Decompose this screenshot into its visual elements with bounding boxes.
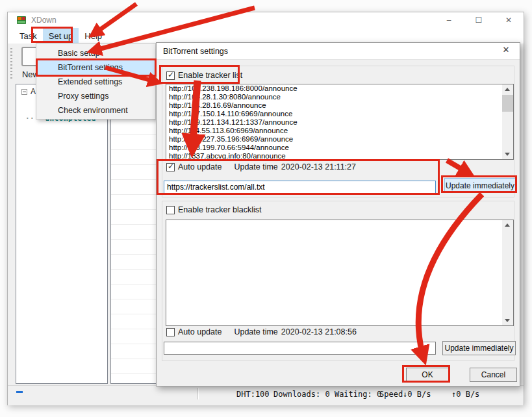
tracker-auto-update-checkbox[interactable]: [166, 163, 175, 171]
tracker-url[interactable]: http://128.199.70.66:5944/announce: [166, 144, 513, 152]
tree-collapse-icon[interactable]: [21, 89, 27, 95]
tracker-auto-update-row: Auto update Update time 2020-02-13 21:11…: [166, 162, 356, 171]
menu-bar: Task Set up Help: [8, 28, 524, 44]
minimize-icon[interactable]: –: [434, 12, 464, 28]
blacklist-auto-update-checkbox[interactable]: [166, 328, 175, 336]
blacklist-scrollbar[interactable]: [502, 220, 513, 325]
menu-item-bittorrent-settings[interactable]: BitTorrent settings: [36, 60, 155, 75]
enable-tracker-list-checkbox[interactable]: [166, 71, 175, 80]
blacklist-update-time-value: 2020-02-13 21:08:56: [281, 327, 357, 336]
blacklist-update-time-label: Update time: [234, 327, 277, 336]
app-icon: [16, 15, 27, 25]
tracker-update-time-label: Update time: [234, 162, 277, 171]
dialog-title-bar[interactable]: BitTorrent settings ✕: [157, 43, 520, 60]
setup-dropdown-menu: Basic setup BitTorrent settings Extended…: [36, 43, 156, 120]
bottom-left-dash: [16, 391, 23, 393]
blacklist-auto-update-label: Auto update: [178, 327, 222, 336]
tracker-url-input[interactable]: [164, 181, 436, 194]
dialog-close-icon[interactable]: ✕: [498, 45, 514, 58]
title-bar[interactable]: XDown – ☐ ✕: [8, 12, 524, 28]
status-dht: DHT:100: [236, 390, 270, 399]
ok-button[interactable]: OK: [406, 368, 449, 382]
status-bar: DHT:100 Downloads: 0 Waiting: 0 Speed↓0 …: [8, 385, 524, 405]
close-icon[interactable]: ✕: [494, 12, 524, 28]
tree-root-item[interactable]: A: [21, 87, 36, 96]
blacklist-url-input[interactable]: [164, 342, 436, 355]
scrollbar-thumb[interactable]: [502, 95, 513, 112]
tracker-list-group: Enable tracker list http://104.238.198.1…: [162, 66, 514, 197]
statusbar-separator: [197, 388, 198, 399]
menu-help[interactable]: Help: [79, 28, 108, 44]
bittorrent-settings-dialog: BitTorrent settings ✕ Enable tracker lis…: [156, 42, 520, 386]
tracker-url[interactable]: http://104.28.16.69/announce: [166, 101, 513, 110]
tracker-update-immediately-button[interactable]: Update immediately: [444, 178, 516, 193]
menu-item-extended-settings[interactable]: Extended settings: [36, 75, 155, 89]
tree-root-label: A: [31, 87, 36, 96]
menu-setup[interactable]: Set up: [43, 28, 79, 44]
cancel-button[interactable]: Cancel: [470, 368, 517, 382]
blacklist-update-immediately-button[interactable]: Update immediately: [442, 341, 516, 355]
tracker-url[interactable]: http://104.28.1.30:8080/announce: [166, 93, 513, 101]
tracker-url[interactable]: http://104.238.198.186:8000/announce: [166, 84, 513, 93]
enable-blacklist-label: Enable tracker blacklist: [178, 205, 262, 214]
enable-tracker-list-row: Enable tracker list: [166, 71, 242, 80]
tracker-list-scrollbar[interactable]: [502, 84, 513, 159]
tracker-update-time-value: 2020-02-13 21:11:27: [281, 162, 356, 171]
tracker-url[interactable]: http://125.227.35.196:6969/announce: [166, 135, 513, 144]
toolbar-gripper[interactable]: [10, 48, 12, 81]
menu-task[interactable]: Task: [14, 28, 43, 44]
enable-blacklist-checkbox[interactable]: [166, 206, 175, 214]
blacklist-textarea[interactable]: [166, 220, 514, 326]
tracker-url[interactable]: http://1337.abcvg.info:80/announce: [166, 152, 513, 160]
menu-item-proxy-settings[interactable]: Proxy settings: [36, 89, 155, 103]
tracker-url[interactable]: http://109.121.134.121:1337/announce: [166, 118, 513, 127]
blacklist-auto-update-row: Auto update Update time 2020-02-13 21:08…: [166, 327, 357, 336]
dialog-title: BitTorrent settings: [163, 47, 228, 56]
tracker-url[interactable]: http://107.150.14.110:6969/announce: [166, 110, 513, 118]
maximize-icon[interactable]: ☐: [464, 12, 494, 28]
scroll-down-icon[interactable]: [502, 149, 513, 159]
window-title: XDown: [31, 16, 57, 25]
tracker-url-listbox[interactable]: http://104.238.198.186:8000/announce htt…: [166, 84, 514, 160]
tracker-url[interactable]: http://114.55.113.60:6969/announce: [166, 127, 513, 135]
enable-tracker-list-label: Enable tracker list: [178, 71, 242, 80]
tracker-auto-update-label: Auto update: [178, 162, 222, 171]
scroll-up-icon[interactable]: [502, 220, 513, 230]
status-downloads: Downloads: 0 Waiting: 0: [273, 390, 381, 399]
status-speed-down: Speed↓0 B/s: [379, 390, 431, 399]
status-speed-up: ↑0 B/s: [451, 390, 479, 399]
menu-item-check-environment[interactable]: Check environment: [36, 103, 155, 118]
enable-blacklist-row: Enable tracker blacklist: [166, 205, 262, 214]
scroll-down-icon[interactable]: [502, 316, 513, 325]
menu-item-basic-setup[interactable]: Basic setup: [36, 46, 155, 60]
task-tree-panel: A uncompleted: [16, 84, 108, 384]
tracker-blacklist-group: Enable tracker blacklist Auto update Upd…: [162, 201, 514, 361]
scroll-up-icon[interactable]: [502, 84, 513, 94]
